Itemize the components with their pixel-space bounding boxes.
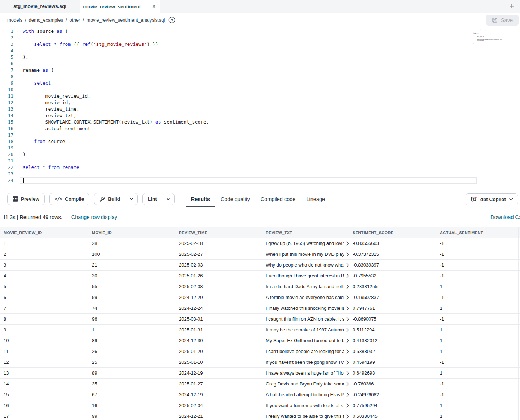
cell-review_txt: If you haven't seen the gong show TV s… (262, 357, 349, 368)
results-tab-lineage[interactable]: Lineage (301, 191, 330, 207)
expand-cell-button[interactable] (346, 306, 349, 310)
code-line-3[interactable]: 3 select * from {{ ref('stg_movie_review… (0, 41, 520, 48)
cell-value: 2025-03-01 (179, 316, 203, 322)
code-line-10[interactable]: 10 (0, 86, 520, 93)
expand-cell-button[interactable] (346, 393, 349, 397)
breadcrumb-separator: / (83, 17, 84, 23)
expand-cell-button[interactable] (346, 285, 349, 289)
cell-value: My Super Ex Girlfriend turned out to b… (266, 338, 344, 343)
code-line-8[interactable]: 8 (0, 73, 520, 80)
code-editor[interactable]: 1with source as (23 select * from {{ ref… (0, 27, 520, 191)
expand-cell-button[interactable] (346, 263, 349, 267)
breadcrumb-separator: / (66, 17, 67, 23)
column-header-movie_id: MOVIE_ID (88, 227, 175, 238)
expand-cell-button[interactable] (346, 328, 349, 332)
code-line-text: select (20, 80, 477, 86)
build-dropdown-button[interactable] (125, 193, 137, 205)
save-button[interactable]: Save (486, 15, 519, 26)
copilot-badge-icon[interactable] (168, 17, 175, 23)
code-line-14[interactable]: 14 review_txt, (0, 112, 520, 119)
cell-movie_id: 30 (88, 271, 175, 281)
cell-value: I have always been a huge fan of "Hom… (266, 370, 344, 376)
cell-movie_id: 67 (88, 389, 175, 400)
cell-value: -1 (440, 359, 444, 365)
results-tab-compiled-code[interactable]: Compiled code (255, 191, 301, 207)
code-line-20[interactable]: 20) (0, 151, 520, 158)
change-row-display-link[interactable]: Change row display (71, 214, 117, 220)
breadcrumb-segment[interactable]: movie_review_sentiment_analysis.sql (87, 17, 165, 23)
cell-value: 0.41382012 (353, 338, 378, 343)
code-line-23[interactable]: 23 (0, 171, 520, 177)
expand-cell-button[interactable] (346, 317, 349, 321)
cell-value: 21 (92, 262, 97, 268)
code-line-6[interactable]: 6 (0, 61, 520, 67)
code-line-21[interactable]: 21 (0, 158, 520, 164)
lint-label: Lint (148, 196, 157, 202)
cell-value: 30 (92, 273, 97, 278)
code-line-22[interactable]: 22select * from rename (0, 164, 520, 171)
expand-cell-button[interactable] (346, 274, 349, 278)
expand-cell-button[interactable] (346, 349, 349, 354)
code-line-12[interactable]: 12 movie_id, (0, 99, 520, 106)
code-lines[interactable]: 1with source as (23 select * from {{ ref… (0, 27, 520, 184)
cell-value: 2024-12-30 (179, 338, 203, 343)
cell-movie_review_id: 8 (0, 314, 88, 325)
expand-cell-button[interactable] (346, 339, 349, 343)
close-tab-icon[interactable]: ✕ (151, 4, 157, 9)
tab-stg-movie-reviews[interactable]: stg_movie_reviews.sql (0, 0, 80, 13)
code-line-2[interactable]: 2 (0, 35, 520, 41)
code-line-15[interactable]: 15 SNOWFLAKE.CORTEX.SENTIMENT(review_txt… (0, 119, 520, 125)
expand-cell-button[interactable] (346, 295, 349, 300)
breadcrumb[interactable]: models/demo_examples/other/movie_review_… (7, 17, 165, 23)
results-tab-results[interactable]: Results (186, 191, 215, 207)
tab-movie-review-sentiment-analysis[interactable]: movie_review_sentiment_... ✕ (80, 0, 160, 13)
code-line-16[interactable]: 16 actual_sentiment (0, 125, 520, 132)
code-line-9[interactable]: 9 select (0, 80, 520, 86)
code-line-19[interactable]: 19 (0, 145, 520, 151)
code-line-5[interactable]: 5), (0, 54, 520, 61)
chevron-right-icon (346, 414, 349, 419)
tab-label: stg_movie_reviews.sql (13, 4, 66, 9)
expand-cell-button[interactable] (346, 403, 349, 408)
code-line-11[interactable]: 11 movie_review_id, (0, 93, 520, 99)
cell-review_txt: A half-hearted attempt to bring Elvis P… (262, 389, 349, 400)
expand-cell-button[interactable] (346, 360, 349, 365)
cell-value: 2024-12-29 (179, 295, 203, 300)
code-line-4[interactable]: 4 (0, 48, 520, 54)
download-csv-link[interactable]: Download CSV (490, 214, 520, 220)
cell-sentiment_score: 0.7947761 (349, 303, 436, 314)
expand-cell-button[interactable] (346, 414, 349, 419)
expand-cell-button[interactable] (346, 382, 349, 386)
code-line-18[interactable]: 18 from source (0, 138, 520, 145)
code-line-24[interactable]: 24 (0, 177, 520, 184)
cell-value: 26 (92, 349, 97, 354)
expand-cell-button[interactable] (346, 252, 349, 256)
line-number: 1 (0, 28, 20, 35)
code-line-13[interactable]: 13 review_time, (0, 106, 520, 112)
minimap[interactable]: with source as ( select * from {{ ref('s… (473, 29, 506, 58)
code-line-7[interactable]: 7rename as ( (0, 67, 520, 73)
line-number: 18 (0, 138, 20, 145)
expand-cell-button[interactable] (346, 241, 349, 246)
breadcrumb-segment[interactable]: other (70, 17, 80, 23)
line-number: 10 (0, 86, 20, 93)
results-tab-code-quality[interactable]: Code quality (215, 191, 255, 207)
cell-review_time: 2024-12-24 (175, 303, 262, 314)
lint-button[interactable]: Lint (142, 193, 175, 205)
cell-value: -1 (440, 392, 444, 397)
code-token (23, 41, 34, 47)
code-line-1[interactable]: 1with source as ( (0, 28, 520, 35)
code-line-24 (473, 46, 506, 47)
dbt-copilot-button[interactable]: dbt Copilot (466, 193, 518, 205)
preview-button[interactable]: Preview (7, 193, 45, 205)
lint-dropdown-button[interactable] (162, 193, 174, 205)
build-button[interactable]: Build (94, 193, 138, 205)
compile-button[interactable]: </> Compile (49, 193, 89, 205)
code-line-17[interactable]: 17 (0, 132, 520, 138)
breadcrumb-segment[interactable]: demo_examples (29, 17, 63, 23)
breadcrumb-segment[interactable]: models (7, 17, 22, 23)
code-token: {{ (74, 41, 79, 47)
cell-value: -1 (440, 262, 444, 268)
new-tab-button[interactable]: + (503, 0, 520, 13)
expand-cell-button[interactable] (346, 371, 349, 375)
